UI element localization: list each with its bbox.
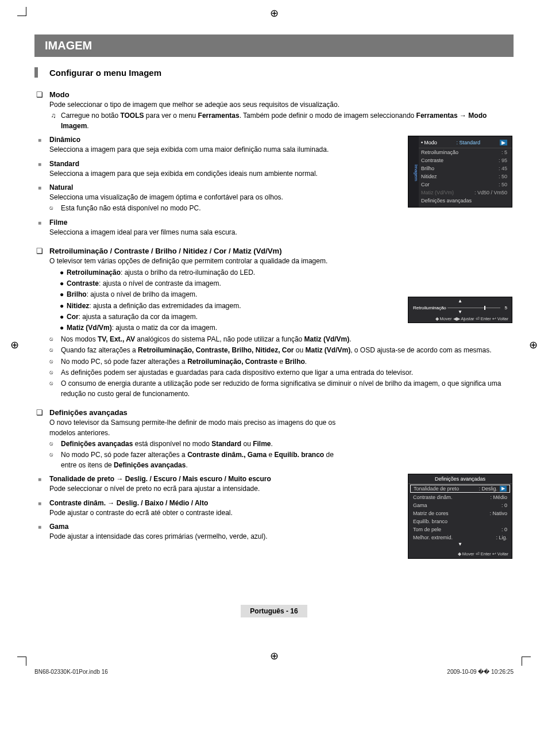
osd2-row-label: Melhor. extremid. <box>413 535 453 540</box>
osd-mode-bullet-icon: • <box>421 140 423 145</box>
note-icon: ⍉ <box>49 439 57 448</box>
bullet-retro-5: Matiz (Vd/Vm): ajusta o matiz da cor da … <box>67 323 217 333</box>
text-natural-note: Esta função não está disponível no modo … <box>61 204 201 213</box>
note-def-2: No modo PC, só pode fazer alterações a C… <box>61 450 348 470</box>
osd2-row-label: Equilíb. branco <box>413 519 447 524</box>
text-modo-intro: Pode seleccionar o tipo de imagem que me… <box>49 100 514 110</box>
osd2-row-value: Nativo <box>492 511 507 516</box>
heading-tonalidade: Tonalidade de preto → Deslig. / Escuro /… <box>49 475 271 483</box>
square-bullet-icon: ❏ <box>34 90 45 99</box>
gray-square-icon: ■ <box>34 524 45 530</box>
note-icon: ⍉ <box>49 379 57 388</box>
arrow-right-icon: ▶ <box>500 140 507 145</box>
note-retro-1: Nos modos TV, Ext., AV analógicos do sis… <box>61 335 352 344</box>
arrow-down-icon: ▼ <box>408 542 512 547</box>
osd2-row-label: Tonalidade de preto <box>414 486 459 492</box>
osd2-row-value: Lig. <box>499 535 507 540</box>
dot-bullet-icon: ● <box>60 290 67 300</box>
arrow-up-icon: ▲ <box>458 298 462 304</box>
bullet-retro-4: Cor: ajusta a saturação da cor da imagem… <box>67 312 198 322</box>
slider-track <box>447 308 500 308</box>
note-icon: ⍉ <box>49 450 57 459</box>
gray-square-icon: ■ <box>34 185 45 191</box>
section-title: IMAGEM <box>34 34 514 57</box>
heading-def: Definições avançadas <box>49 408 128 417</box>
osd-advanced-menu: Definições avançadas Tonalidade de preto… <box>408 474 512 559</box>
osd-image-menu: Imagem • Modo : Standard ▶ Retroiluminaç… <box>408 136 512 208</box>
registration-mark-icon: ⊕ <box>529 339 538 351</box>
heading-gama: Gama <box>49 523 68 531</box>
osd-row-value: Vd50 / Vm50 <box>477 190 507 195</box>
bullet-retro-2: Brilho: ajusta o nível de brilho da imag… <box>67 290 197 300</box>
osd2-row-label: Matriz de cores <box>413 511 449 516</box>
osd-row-label: Retroiluminação <box>421 149 458 155</box>
osd-mode-value: Standard <box>460 140 481 145</box>
osd-row-value: 5 <box>504 149 507 155</box>
text-filme: Selecciona a imagem ideal para ver filme… <box>49 228 514 237</box>
osd-row-label: Brilho <box>421 166 434 171</box>
gray-square-icon: ■ <box>34 137 45 143</box>
registration-mark-icon: ⊕ <box>270 7 279 20</box>
osd2-row-label: Tom de pele <box>413 527 441 532</box>
registration-mark-icon: ⊕ <box>10 339 19 351</box>
osd-row-value: 50 <box>501 174 507 179</box>
subtitle-marker-icon <box>34 67 38 78</box>
note-retro-2: Quando faz alterações a Retroiluminação,… <box>61 346 492 355</box>
osd2-row-value: Médio <box>493 494 507 500</box>
square-bullet-icon: ❏ <box>34 408 45 417</box>
text-def-intro: O novo televisor da Samsung permite-lhe … <box>49 418 348 438</box>
osd-mode-label: Modo <box>424 140 437 145</box>
osd-row-value: 50 <box>501 182 507 187</box>
bullet-retro-3: Nitidez: ajusta a definição das extremid… <box>67 301 241 311</box>
dot-bullet-icon: ● <box>60 323 67 333</box>
gray-square-icon: ■ <box>34 161 45 167</box>
arrow-down-icon: ▼ <box>458 309 462 314</box>
footer-right: 2009-10-09 �� 10:26:25 <box>447 669 514 675</box>
arrow-right-icon: ▶ <box>500 486 507 492</box>
osd-row-label: Definições avançadas <box>421 198 472 204</box>
crop-mark-icon <box>522 657 531 666</box>
note-retro-3: No modo PC, só pode fazer alterações a R… <box>61 357 307 367</box>
page-footer: Português - 16 <box>34 605 514 617</box>
osd-row-label: Cor <box>421 182 430 187</box>
gray-square-icon: ■ <box>34 500 45 506</box>
osd-sidebar-label: Imagem <box>408 136 419 207</box>
heading-standard: Standard <box>49 160 79 168</box>
slider-thumb <box>484 306 485 310</box>
osd-row-label: Nitidez <box>421 174 437 179</box>
note-retro-5: O consumo de energia durante a utilizaçã… <box>61 379 514 399</box>
osd-row-label: Contraste <box>421 158 443 163</box>
osd-row-label: Matiz (Vd/Vm) <box>421 190 454 195</box>
bullet-retro-1: Contraste: ajusta o nível de contraste d… <box>67 279 221 289</box>
heading-filme: Filme <box>49 218 67 227</box>
osd-footer-hints: ◆ Mover ◀▶ Ajustar ⏎ Enter ↩ Voltar <box>435 316 508 321</box>
osd-footer-hints: ◆ Mover ⏎ Enter ↩ Voltar <box>408 547 512 558</box>
note-icon: ⍉ <box>49 335 57 344</box>
osd-row-value: 95 <box>501 158 507 163</box>
square-bullet-icon: ❏ <box>34 247 45 255</box>
note-icon: ⍉ <box>49 357 57 366</box>
heading-contraste-dinam: Contraste dinâm. → Deslig. / Baixo / Méd… <box>49 499 208 507</box>
heading-dinamico: Dinâmico <box>49 136 80 144</box>
osd-row-value: 45 <box>501 166 507 171</box>
osd2-row-label: Gama <box>413 502 427 508</box>
bullet-retro-0: Retroiluminação: ajusta o brilho da retr… <box>67 268 255 278</box>
note-icon: ⍉ <box>49 204 57 213</box>
dot-bullet-icon: ● <box>60 312 67 322</box>
text-modo-tools: Carregue no botão TOOLS para ver o menu … <box>61 111 514 131</box>
print-footer: BN68-02330K-01Por.indb 16 2009-10-09 �� … <box>34 669 514 675</box>
note-def-1: Definições avançadas está disponível no … <box>61 439 273 449</box>
footer-left: BN68-02330K-01Por.indb 16 <box>34 669 108 675</box>
note-icon: ⍉ <box>49 368 57 377</box>
dot-bullet-icon: ● <box>60 301 67 311</box>
crop-mark-icon <box>17 7 26 16</box>
heading-natural: Natural <box>49 183 73 191</box>
osd2-row-value: 0 <box>504 527 507 532</box>
tools-icon: ♫ <box>49 111 57 121</box>
note-icon: ⍉ <box>49 346 57 355</box>
osd2-title: Definições avançadas <box>408 474 512 484</box>
gray-square-icon: ■ <box>34 220 45 226</box>
dot-bullet-icon: ● <box>60 268 67 278</box>
note-retro-4: As definições podem ser ajustadas e guar… <box>61 368 413 378</box>
osd-slider-label: Retroiluminação <box>413 305 446 310</box>
